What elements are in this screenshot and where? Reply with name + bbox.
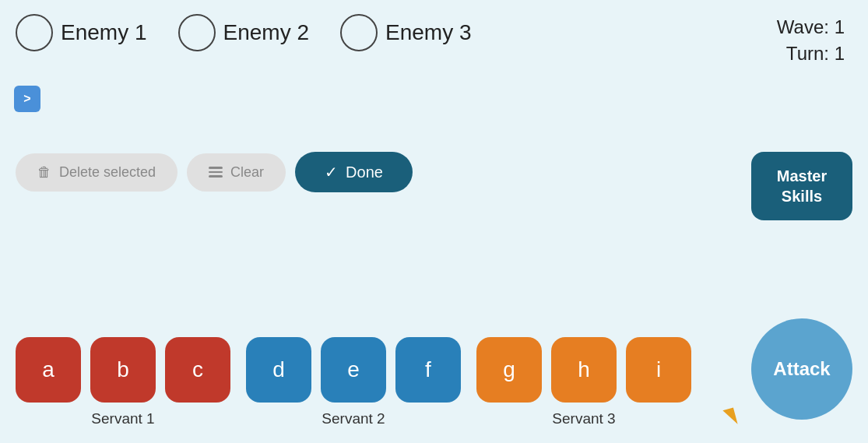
- servant-2-label: Servant 2: [322, 410, 385, 427]
- enemy-1-label: Enemy 1: [61, 20, 147, 45]
- servant-1-card-c[interactable]: c: [165, 337, 230, 403]
- servant-1-card-a[interactable]: a: [16, 337, 81, 403]
- attack-button[interactable]: Attack: [751, 318, 852, 420]
- enemy-3-circle[interactable]: [340, 14, 378, 51]
- servant-3-cards: g h i: [476, 337, 691, 403]
- enemy-2-circle[interactable]: [178, 14, 216, 51]
- servant-3-label: Servant 3: [552, 410, 615, 427]
- servant-2-card-e[interactable]: e: [321, 337, 386, 403]
- wave-info: Wave: 1 Turn: 1: [777, 14, 845, 66]
- enemy-1-item[interactable]: Enemy 1: [16, 14, 147, 51]
- checkmark-icon: ✓: [325, 163, 338, 181]
- servant-3-group: g h i Servant 3: [476, 337, 691, 427]
- arrow-button[interactable]: >: [14, 86, 40, 112]
- arrow-icon: >: [23, 92, 30, 106]
- servant-2-card-d[interactable]: d: [246, 337, 311, 403]
- attack-label: Attack: [773, 358, 830, 380]
- clear-button[interactable]: Clear: [187, 153, 286, 192]
- servant-3-card-g[interactable]: g: [476, 337, 542, 403]
- enemy-3-label: Enemy 3: [385, 20, 472, 45]
- delete-label: Delete selected: [59, 164, 156, 181]
- delete-selected-button[interactable]: 🗑 Delete selected: [16, 153, 177, 192]
- enemy-3-item[interactable]: Enemy 3: [340, 14, 472, 51]
- cursor-indicator: [722, 408, 737, 427]
- lines-icon: [209, 167, 223, 178]
- master-skills-button[interactable]: MasterSkills: [751, 152, 852, 220]
- servant-3-card-h[interactable]: h: [551, 337, 617, 403]
- wave-label: Wave: 1: [777, 14, 845, 40]
- enemy-2-label: Enemy 2: [223, 20, 310, 45]
- servant-2-card-f[interactable]: f: [395, 337, 461, 403]
- servant-1-card-b[interactable]: b: [90, 337, 156, 403]
- servant-2-group: d e f Servant 2: [246, 337, 461, 427]
- action-row: 🗑 Delete selected Clear ✓ Done: [16, 152, 413, 192]
- enemy-1-circle[interactable]: [16, 14, 53, 51]
- trash-icon: 🗑: [37, 164, 51, 181]
- done-label: Done: [346, 163, 383, 181]
- master-skills-label: MasterSkills: [777, 167, 827, 205]
- servant-section: a b c Servant 1 d e f Servant 2 g h i Se…: [16, 337, 707, 427]
- servant-1-group: a b c Servant 1: [16, 337, 230, 427]
- servant-3-card-i[interactable]: i: [626, 337, 691, 403]
- servant-1-cards: a b c: [16, 337, 230, 403]
- enemy-2-item[interactable]: Enemy 2: [178, 14, 310, 51]
- clear-label: Clear: [230, 164, 264, 181]
- done-button[interactable]: ✓ Done: [295, 152, 413, 192]
- enemy-row: Enemy 1 Enemy 2 Enemy 3: [0, 0, 868, 51]
- turn-label: Turn: 1: [777, 40, 845, 67]
- servant-1-label: Servant 1: [91, 410, 154, 427]
- servant-2-cards: d e f: [246, 337, 461, 403]
